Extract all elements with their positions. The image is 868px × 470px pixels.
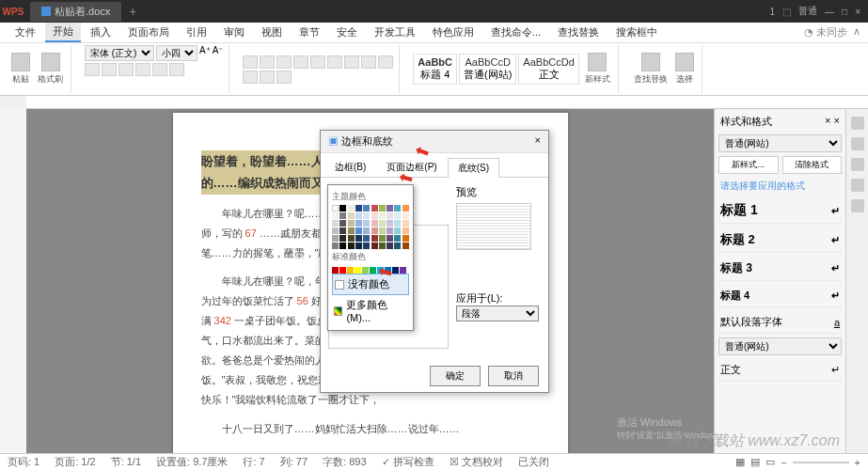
titlebar-icon[interactable]: ⬚ — [782, 7, 791, 17]
minimize-button[interactable]: — — [825, 7, 834, 17]
color-picker: 主题颜色 标准颜色 没有颜色 更多颜色(M)... — [327, 184, 414, 331]
italic-button[interactable] — [102, 63, 117, 76]
shading-button[interactable] — [243, 70, 258, 84]
style-gallery[interactable]: AaBbC标题 4 AaBbCcD普通(网站) AaBbCcDd正文 — [413, 54, 578, 85]
style-heading-4[interactable]: 标题 4↵ — [718, 285, 842, 307]
sidebar-icon-1[interactable] — [851, 117, 864, 130]
menu-special[interactable]: 特色应用 — [425, 24, 481, 41]
clear-format-btn[interactable]: 清除格式 — [782, 156, 843, 174]
style-item-1[interactable]: AaBbCcD普通(网站) — [459, 54, 516, 85]
tab-shading[interactable]: 底纹(S) — [448, 158, 499, 178]
indent-right[interactable] — [293, 55, 308, 69]
sidebar-icon-5[interactable] — [851, 199, 864, 212]
menubar: 文件 开始 插入 页面布局 引用 审阅 视图 章节 安全 开发工具 特色应用 查… — [0, 23, 868, 43]
zoom-out[interactable]: − — [781, 457, 786, 468]
indent-left[interactable] — [276, 55, 292, 69]
tab-page-border[interactable]: 页面边框(P) — [376, 157, 447, 177]
align-justify[interactable] — [361, 55, 376, 69]
underline-button[interactable] — [118, 63, 134, 76]
close-button[interactable]: × — [855, 7, 860, 17]
borders-button[interactable] — [260, 70, 275, 84]
titlebar: WPS 粘贴着.docx + 1 ⬚ 普通 — □ × — [0, 0, 868, 23]
status-col: 列: 77 — [280, 455, 308, 469]
paragraph-3[interactable]: 十八一日又到了……妈妈忙活大扫除……说过年…… — [201, 419, 540, 439]
find-replace-button[interactable]: 查找替换 — [632, 51, 670, 87]
align-right[interactable] — [344, 55, 359, 69]
font-size-select[interactable]: 小四 — [156, 45, 197, 61]
menu-search[interactable]: 搜索框中 — [608, 24, 665, 41]
zoom-in[interactable]: + — [855, 457, 860, 468]
font-name-select[interactable]: 宋体 (正文) — [85, 45, 154, 61]
sort-button[interactable] — [276, 70, 292, 84]
no-color-option[interactable]: 没有颜色 — [332, 274, 409, 295]
menu-insert[interactable]: 插入 — [83, 24, 118, 41]
menu-devtools[interactable]: 开发工具 — [367, 24, 423, 41]
format-painter[interactable]: 格式刷 — [36, 51, 65, 87]
more-colors-option[interactable]: 更多颜色(M)... — [332, 295, 409, 326]
status-pages: 页面: 1/2 — [55, 455, 95, 469]
menu-collapse[interactable]: ∧ — [853, 25, 860, 39]
panel-title: 样式和格式 — [720, 115, 772, 129]
ok-button[interactable]: 确定 — [430, 366, 481, 386]
view-outline[interactable]: ▤ — [750, 456, 760, 468]
user-label[interactable]: 普通 — [798, 5, 817, 18]
bullets-button[interactable] — [243, 55, 258, 69]
menu-file[interactable]: 文件 — [8, 24, 43, 41]
strike-button[interactable] — [135, 63, 150, 76]
dialog-close[interactable]: × — [535, 134, 541, 149]
menu-sync[interactable]: ◔ 未同步 — [804, 25, 847, 39]
sidebar-icon-3[interactable] — [851, 158, 864, 171]
new-tab-button[interactable]: + — [129, 4, 136, 19]
tab-borders[interactable]: 边框(B) — [324, 157, 376, 177]
style-item-0[interactable]: AaBbC标题 4 — [413, 54, 457, 85]
bold-button[interactable] — [85, 63, 100, 76]
sidebar-icon-4[interactable] — [851, 179, 864, 192]
menu-references[interactable]: 引用 — [179, 24, 214, 41]
menu-section[interactable]: 章节 — [292, 24, 327, 41]
view-print-layout[interactable]: ▦ — [735, 456, 745, 468]
font-shrink[interactable]: A⁻ — [213, 45, 224, 61]
menu-find-cmd[interactable]: 查找命令... — [483, 24, 548, 41]
ruler — [26, 96, 868, 109]
align-left[interactable] — [310, 55, 325, 69]
align-center[interactable] — [327, 55, 342, 69]
style-heading-2[interactable]: 标题 2↵ — [718, 227, 842, 253]
maximize-button[interactable]: □ — [842, 7, 847, 17]
style-item-2[interactable]: AaBbCcDd正文 — [518, 54, 578, 85]
new-style-button[interactable]: 新样式 — [583, 51, 612, 87]
menu-security[interactable]: 安全 — [329, 24, 365, 41]
normal-web-select[interactable]: 普通(网站) — [718, 337, 842, 355]
zoom-slider[interactable] — [793, 462, 849, 463]
select-button[interactable]: 选择 — [673, 51, 696, 87]
numbering-button[interactable] — [260, 55, 275, 69]
font-grow[interactable]: A⁺ — [199, 45, 211, 61]
style-body[interactable]: 正文↵ — [718, 359, 842, 382]
menu-layout[interactable]: 页面布局 — [120, 24, 177, 41]
sidebar-icon-2[interactable] — [851, 137, 864, 150]
style-heading-3[interactable]: 标题 3↵ — [718, 257, 842, 281]
titlebar-badge[interactable]: 1 — [770, 7, 776, 17]
preview-label: 预览 — [456, 185, 541, 199]
styles-panel: 样式和格式× × 普通(网站) 新样式... 清除格式 请选择要应用的格式 标题… — [714, 109, 845, 453]
new-style-btn[interactable]: 新样式... — [718, 156, 779, 174]
current-style-select[interactable]: 普通(网站) — [718, 134, 842, 152]
menu-view[interactable]: 视图 — [254, 24, 290, 41]
apply-to-select[interactable]: 段落 — [456, 306, 539, 321]
font-color-button[interactable] — [169, 63, 184, 76]
menu-home[interactable]: 开始 — [45, 23, 81, 42]
theme-color-grid[interactable] — [332, 205, 409, 249]
document-tab[interactable]: 粘贴着.docx — [30, 2, 121, 22]
line-spacing[interactable] — [378, 55, 393, 69]
cancel-button[interactable]: 取消 — [488, 366, 539, 386]
menu-review[interactable]: 审阅 — [216, 24, 252, 41]
paste-button[interactable]: 粘贴 — [9, 51, 32, 87]
standard-color-row[interactable] — [332, 267, 409, 274]
panel-close[interactable]: × × — [825, 115, 840, 129]
style-default-font[interactable]: 默认段落字体a — [718, 311, 842, 334]
view-web[interactable]: ▭ — [765, 456, 775, 468]
status-input: ☒ 文档校对 — [450, 455, 503, 469]
doc-icon — [41, 7, 51, 16]
highlight-button[interactable] — [152, 63, 167, 76]
menu-find-replace[interactable]: 查找替换 — [550, 24, 607, 41]
style-heading-1[interactable]: 标题 1↵ — [718, 198, 842, 224]
